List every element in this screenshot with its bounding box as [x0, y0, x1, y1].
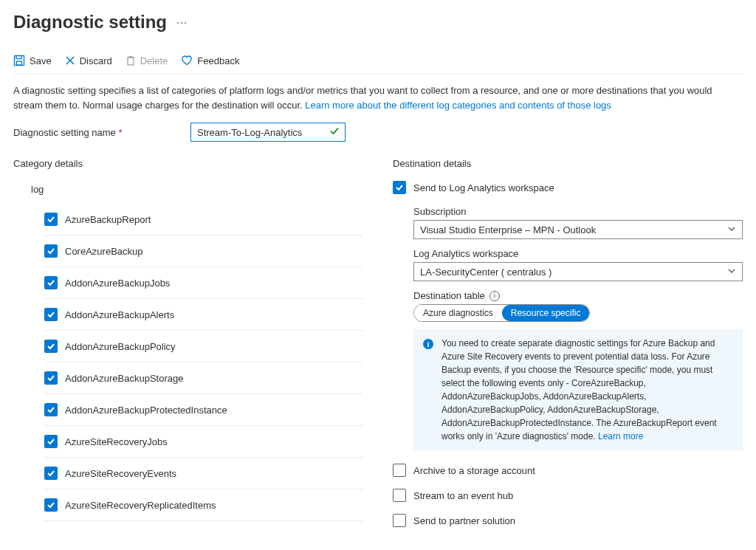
chevron-down-icon: [727, 267, 736, 278]
log-label: CoreAzureBackup: [65, 246, 143, 257]
info-box: i You need to create separate diagnostic…: [413, 329, 743, 450]
dest-table-toggle: Azure diagnostics Resource specific: [413, 304, 590, 322]
discard-button[interactable]: Discard: [65, 55, 112, 66]
log-checkbox[interactable]: [44, 340, 58, 353]
feedback-label: Feedback: [197, 55, 239, 66]
log-label: AddonAzureBackupProtectedInstance: [65, 405, 227, 416]
stream-eventhub-label: Stream to an event hub: [413, 490, 513, 501]
svg-text:i: i: [427, 340, 429, 348]
log-item: AddonAzureBackupStorage: [44, 362, 363, 394]
send-partner-label: Send to partner solution: [413, 515, 515, 526]
log-item: CoreAzureBackup: [44, 236, 363, 267]
log-label: AddonAzureBackupJobs: [65, 278, 170, 289]
log-item: AzureBackupReport: [44, 204, 363, 236]
close-icon: [65, 55, 75, 66]
save-icon: [13, 55, 25, 66]
log-item: AddonAzureBackupJobs: [44, 267, 363, 299]
toggle-resource-specific[interactable]: Resource specific: [502, 305, 590, 321]
log-label: AzureSiteRecoveryEvents: [65, 468, 176, 479]
log-checkbox[interactable]: [44, 467, 58, 480]
log-label: AddonAzureBackupAlerts: [65, 309, 174, 320]
category-heading: Category details: [13, 158, 363, 169]
delete-button: Delete: [126, 55, 168, 66]
log-checkbox[interactable]: [44, 276, 58, 289]
log-checkbox[interactable]: [44, 371, 58, 385]
log-item: AddonAzureBackupProtectedInstance: [44, 394, 363, 426]
learn-more-link[interactable]: Learn more about the different log categ…: [305, 100, 611, 111]
feedback-button[interactable]: Feedback: [181, 55, 239, 66]
dest-table-label: Destination table: [413, 290, 485, 301]
page-title: Diagnostic setting: [13, 12, 167, 32]
log-checkbox[interactable]: [44, 213, 58, 226]
log-checkbox[interactable]: [44, 244, 58, 258]
log-checkbox[interactable]: [44, 435, 58, 448]
log-label: AddonAzureBackupPolicy: [65, 341, 176, 352]
log-item: AddonAzureBackupAlerts: [44, 299, 363, 331]
setting-name-label: Diagnostic setting name *: [13, 127, 190, 138]
log-label: AzureBackupReport: [65, 214, 151, 225]
discard-label: Discard: [80, 55, 112, 66]
archive-storage-label: Archive to a storage account: [413, 465, 535, 476]
destination-heading: Destination details: [393, 158, 743, 169]
workspace-select[interactable]: LA-SecurityCenter ( centralus ): [413, 262, 743, 281]
log-checkbox[interactable]: [44, 403, 58, 416]
log-item: AzureSiteRecoveryJobs: [44, 426, 363, 458]
log-item: AzureSiteRecoveryEvents: [44, 458, 363, 489]
save-label: Save: [30, 55, 52, 66]
send-log-analytics-checkbox[interactable]: [393, 181, 406, 194]
toggle-azure-diagnostics[interactable]: Azure diagnostics: [414, 305, 502, 321]
info-icon: i: [422, 338, 434, 443]
subscription-select[interactable]: Visual Studio Enterprise – MPN - Outlook: [413, 220, 743, 239]
heart-icon: [181, 55, 193, 66]
send-partner-checkbox[interactable]: [393, 514, 406, 527]
stream-eventhub-checkbox[interactable]: [393, 489, 406, 502]
log-checkbox[interactable]: [44, 498, 58, 512]
description-text: A diagnostic setting specifies a list of…: [13, 83, 743, 112]
log-label: AddonAzureBackupStorage: [65, 373, 183, 384]
svg-rect-4: [128, 58, 134, 65]
save-button[interactable]: Save: [13, 55, 52, 66]
archive-storage-checkbox[interactable]: [393, 464, 406, 477]
svg-rect-1: [16, 56, 21, 59]
log-item: AddonAzureBackupPolicy: [44, 331, 363, 362]
valid-check-icon: [329, 126, 340, 139]
trash-icon: [126, 55, 136, 66]
toolbar: Save Discard Delete Feedback: [13, 50, 743, 75]
log-checkbox[interactable]: [44, 308, 58, 321]
log-label: AzureSiteRecoveryJobs: [65, 436, 168, 447]
info-icon[interactable]: i: [489, 291, 500, 301]
send-log-analytics-label: Send to Log Analytics workspace: [413, 182, 554, 193]
log-header: log: [13, 181, 363, 204]
delete-label: Delete: [140, 55, 168, 66]
subscription-label: Subscription: [413, 206, 743, 217]
log-label: AzureSiteRecoveryReplicatedItems: [65, 500, 216, 511]
chevron-down-icon: [727, 224, 736, 236]
setting-name-input[interactable]: [190, 123, 346, 142]
more-menu-icon[interactable]: …: [176, 13, 188, 31]
info-learn-more-link[interactable]: Learn more: [598, 431, 643, 441]
log-item: AzureSiteRecoveryReplicatedItems: [44, 489, 363, 521]
workspace-label: Log Analytics workspace: [413, 248, 743, 259]
